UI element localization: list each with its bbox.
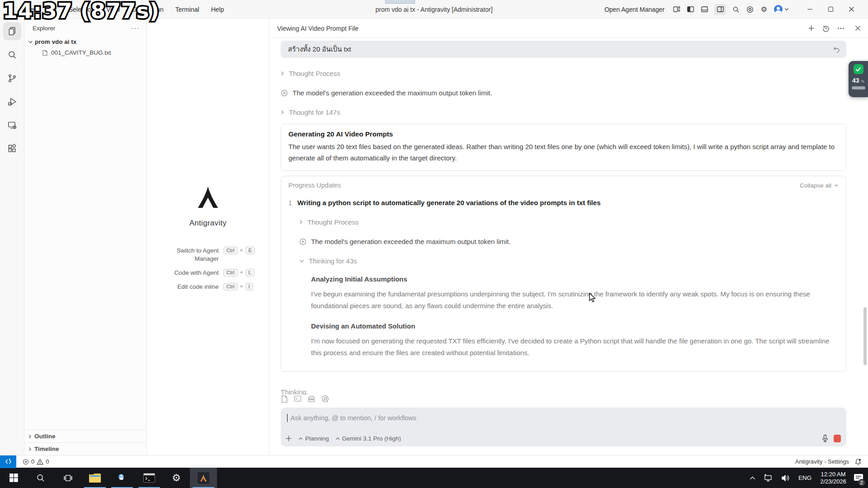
activity-run-debug-icon[interactable] <box>3 93 21 111</box>
folder-icon <box>89 474 101 483</box>
task-view-button[interactable] <box>54 468 81 488</box>
kbd-key: L <box>245 269 255 277</box>
activity-extensions-icon[interactable] <box>3 140 21 158</box>
activity-search-icon[interactable] <box>3 46 21 64</box>
antivirus-side-widget[interactable]: 43 % <box>849 61 868 97</box>
shortcut-row: Switch to Agent Manager Ctrl + E <box>161 247 255 263</box>
error-circle-icon <box>23 459 29 465</box>
tree-folder-row[interactable]: prom vdo ai tx <box>24 36 146 47</box>
command-prompt-icon <box>143 473 155 483</box>
shield-check-icon <box>854 64 863 74</box>
browser-context-icon[interactable] <box>321 395 329 403</box>
folder-name: prom vdo ai tx <box>35 38 76 45</box>
network-icon <box>764 474 773 482</box>
outline-section[interactable]: Outline <box>24 430 146 442</box>
step-thought-process-toggle[interactable]: Thought Process <box>299 218 839 226</box>
explorer-more-actions-icon[interactable]: ··· <box>131 24 140 32</box>
undo-icon[interactable] <box>833 46 840 53</box>
toggle-primary-sidebar-icon[interactable] <box>686 5 694 14</box>
microphone-icon[interactable] <box>821 434 829 442</box>
problems-indicator[interactable]: 0 0 <box>23 458 49 465</box>
brand-name: Antigravity <box>189 219 227 228</box>
chat-scrollbar[interactable] <box>863 307 867 365</box>
taskbar-search-button[interactable] <box>27 468 54 488</box>
toggle-panel-icon[interactable] <box>700 5 708 14</box>
mode-label: Planning <box>305 435 329 442</box>
minimize-button[interactable] <box>799 2 820 17</box>
menu-terminal[interactable]: Terminal <box>171 4 203 15</box>
volume-tray-icon[interactable] <box>777 468 794 488</box>
chat-message-area[interactable]: สร้างทั้ง 20 อันเป็น txt Thought Process… <box>269 38 868 395</box>
language-indicator[interactable]: ENG <box>794 468 816 488</box>
token-limit-error-row: The model's generation exceeded the maxi… <box>299 238 839 245</box>
customize-layout-icon[interactable] <box>672 5 680 14</box>
chevron-down-icon <box>299 259 304 263</box>
account-button[interactable] <box>774 5 789 14</box>
activity-source-control-icon[interactable] <box>3 69 21 87</box>
hidden-icons-chevron[interactable] <box>745 468 760 488</box>
model-selector[interactable]: Gemini 3.1 Pro (High) <box>335 435 401 442</box>
add-context-icon[interactable] <box>285 435 292 442</box>
explorer-sidebar: Explorer ··· prom vdo ai tx 001_CAVITY_B… <box>24 19 147 455</box>
time-text: 12:20 AM <box>820 471 846 478</box>
terminal-taskbar-icon[interactable] <box>136 468 163 488</box>
chevron-right-icon <box>28 434 32 439</box>
chat-input[interactable]: Ask anything, @ to mention, / for workfl… <box>281 408 846 446</box>
tree-file-row[interactable]: 001_CAVITY_BUG.txt <box>24 47 146 58</box>
shortcut-hints: Switch to Agent Manager Ctrl + E Code wi… <box>161 247 255 291</box>
thought-process-toggle[interactable]: Thought Process <box>281 70 846 77</box>
thought-for-toggle[interactable]: Thought for 147s <box>281 108 846 116</box>
text-caret <box>287 414 288 422</box>
shortcut-label: Code with Agent <box>161 269 219 277</box>
chrome-taskbar-icon[interactable] <box>108 468 136 488</box>
stack-context-icon[interactable] <box>307 395 316 403</box>
antigravity-logo-icon <box>199 474 208 483</box>
remote-icon <box>5 459 12 465</box>
terminal-context-icon[interactable] <box>294 395 302 403</box>
antigravity-taskbar-icon[interactable] <box>190 468 217 488</box>
settings-status-item[interactable]: Antigravity - Settings <box>795 458 849 465</box>
chevron-down-icon <box>784 8 789 11</box>
activity-remote-explorer-icon[interactable] <box>3 116 21 134</box>
remote-indicator-button[interactable] <box>0 455 16 468</box>
browser-icon[interactable] <box>746 5 754 14</box>
settings-taskbar-icon[interactable]: ⚙ <box>163 468 190 488</box>
plus-separator: + <box>240 269 243 276</box>
toggle-secondary-sidebar-icon[interactable] <box>714 4 726 15</box>
progress-step: 1 Writing a python script to automatical… <box>288 199 839 206</box>
menu-help[interactable]: Help <box>207 4 228 15</box>
network-tray-icon[interactable] <box>760 468 777 488</box>
chat-header: Viewing AI Video Prompt File <box>269 19 868 38</box>
mode-selector[interactable]: Planning <box>298 435 329 442</box>
timeline-section[interactable]: Timeline <box>24 442 146 455</box>
window-title: prom vdo ai tx - Antigravity [Administra… <box>375 6 492 13</box>
search-icon[interactable] <box>732 5 740 14</box>
more-options-icon[interactable] <box>837 27 844 30</box>
kbd-key: Ctrl <box>223 247 238 254</box>
activity-explorer-icon[interactable] <box>3 22 21 40</box>
notification-bell-icon[interactable] <box>854 458 862 465</box>
thought-section-body: I'm now focused on generating the reques… <box>311 335 839 359</box>
chat-title: Viewing AI Video Prompt File <box>277 25 359 32</box>
close-window-button[interactable] <box>841 2 862 17</box>
maximize-button[interactable] <box>820 2 841 17</box>
settings-gear-icon[interactable]: ⚙ <box>760 5 768 14</box>
open-agent-manager-button[interactable]: Open Agent Manager <box>604 6 665 13</box>
clock[interactable]: 12:20 AM 2/23/2026 <box>816 471 851 485</box>
history-icon[interactable] <box>822 25 830 32</box>
shortcut-label: Switch to Agent Manager <box>161 247 219 263</box>
stop-generation-button[interactable] <box>834 435 841 442</box>
attached-file-icon[interactable] <box>281 395 288 403</box>
close-panel-icon[interactable] <box>855 25 861 31</box>
error-count: 0 <box>31 458 34 465</box>
new-chat-icon[interactable] <box>808 25 815 32</box>
model-label: Gemini 3.1 Pro (High) <box>342 435 401 442</box>
collapse-all-button[interactable]: Collapse all <box>800 182 839 189</box>
action-center-button[interactable]: 2 <box>851 468 866 488</box>
explorer-title: Explorer <box>33 25 55 32</box>
plan-card-title: Generating 20 AI Video Prompts <box>288 130 839 138</box>
start-button[interactable] <box>0 468 27 488</box>
thinking-for-toggle[interactable]: Thinking for 43s <box>299 257 839 265</box>
file-explorer-taskbar-icon[interactable] <box>81 468 108 488</box>
thought-section-title: Devising an Automated Solution <box>311 322 839 330</box>
